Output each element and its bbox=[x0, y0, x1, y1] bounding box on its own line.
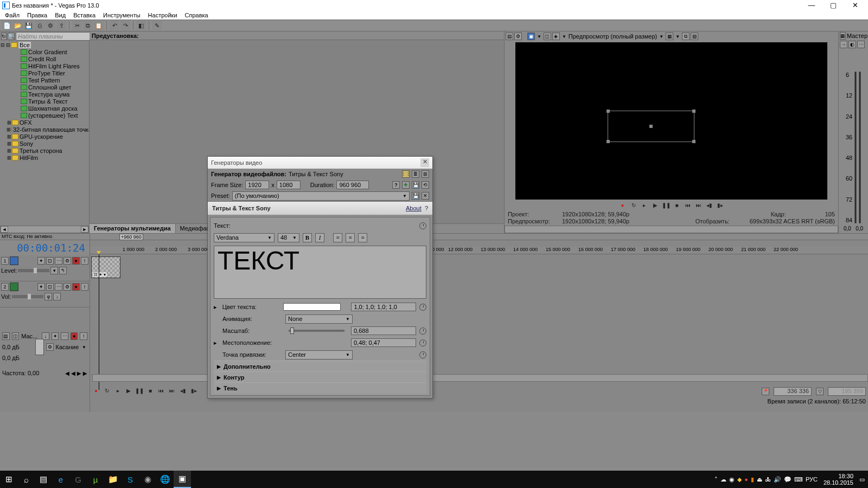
menu-edit[interactable]: Правка bbox=[23, 12, 51, 18]
tray-volume-icon[interactable]: 🔊 bbox=[774, 476, 781, 483]
menu-options[interactable]: Настройки bbox=[144, 12, 181, 18]
section-shadow[interactable]: ▶Тень bbox=[214, 382, 426, 393]
tl-record-button[interactable]: ● bbox=[92, 387, 100, 394]
video-preview[interactable] bbox=[515, 42, 827, 200]
font-combo[interactable]: Verdana▼ bbox=[214, 233, 275, 242]
close-button[interactable]: ✕ bbox=[844, 0, 866, 10]
timecode-display[interactable]: 00:00:01:24 bbox=[0, 240, 90, 255]
split-icon[interactable]: ◫ bbox=[544, 33, 551, 40]
track-record-button[interactable]: ↓ bbox=[53, 293, 61, 300]
color-value-input[interactable] bbox=[351, 303, 416, 311]
edge-icon[interactable]: e bbox=[52, 471, 69, 488]
menu-tools[interactable]: Инструменты bbox=[99, 12, 144, 18]
mixer-solo-icon[interactable]: ⋯ bbox=[61, 332, 68, 340]
prev-frame-button[interactable]: ◂▮ bbox=[706, 201, 713, 209]
stop-button[interactable]: ■ bbox=[673, 201, 681, 209]
duration-input[interactable] bbox=[336, 181, 369, 189]
audio-track-header[interactable]: 2✦⊡⋯⚙●! Vol: φ↓ bbox=[0, 281, 90, 307]
copy-icon[interactable]: ⧉ bbox=[83, 21, 93, 30]
menu-help[interactable]: Справка bbox=[181, 12, 212, 18]
keyframe-icon[interactable] bbox=[419, 351, 426, 358]
start-button[interactable]: ⊞ bbox=[0, 471, 17, 488]
search-button[interactable]: ⌕ bbox=[17, 471, 35, 488]
go-start-button[interactable]: ⏮ bbox=[684, 201, 692, 209]
scale-value-input[interactable] bbox=[351, 326, 416, 335]
tray-cloud-icon[interactable]: ☁ bbox=[720, 476, 726, 483]
utorrent-icon[interactable]: µ bbox=[87, 471, 104, 488]
tl-loop-button[interactable]: ↻ bbox=[103, 387, 111, 394]
frame-width-input[interactable] bbox=[245, 181, 269, 189]
minimize-button[interactable]: — bbox=[801, 0, 822, 10]
preview-selection-box[interactable] bbox=[608, 111, 694, 142]
plugin-search-input[interactable] bbox=[16, 32, 95, 41]
keyframe-icon[interactable] bbox=[419, 339, 426, 346]
playhead[interactable] bbox=[99, 254, 99, 390]
quality-icon[interactable]: ◈ bbox=[552, 33, 560, 40]
chain-icon[interactable]: ⋮⋮ bbox=[402, 170, 410, 178]
mixer-icon[interactable]: ▤ bbox=[2, 332, 10, 340]
italic-button[interactable]: I bbox=[315, 233, 324, 242]
about-link[interactable]: About bbox=[406, 205, 422, 211]
track-fx-button[interactable]: ✦ bbox=[37, 257, 45, 265]
tl-play-button[interactable]: ▶ bbox=[125, 387, 132, 394]
video-generator-dialog[interactable]: Генераторы видео✕ Генератор видеофайлов:… bbox=[207, 156, 433, 399]
fontsize-combo[interactable]: 48▼ bbox=[278, 233, 299, 242]
system-tray[interactable]: ˄ ☁ ◉ ◆ ● ▮ ⏏ 🖧 🔊 💬 ⌨ РУС 18:30 28.10.20… bbox=[711, 473, 868, 486]
maximize-button[interactable]: ▢ bbox=[822, 0, 844, 10]
upload-icon[interactable]: ⇪ bbox=[56, 21, 66, 30]
tray-chevron-icon[interactable]: ˄ bbox=[714, 476, 718, 483]
new-icon[interactable]: 📄 bbox=[2, 21, 12, 30]
bold-button[interactable]: B bbox=[303, 233, 312, 242]
tray-keyboard-icon[interactable]: ⌨ bbox=[794, 476, 803, 483]
mixer-mute-icon[interactable]: ● bbox=[71, 332, 78, 340]
align-right-button[interactable]: ≡ bbox=[358, 233, 367, 242]
go-end-button[interactable]: ⏭ bbox=[695, 201, 703, 209]
master-io-icon[interactable]: → bbox=[840, 41, 847, 48]
comp-mode-button[interactable]: ▾ bbox=[50, 267, 58, 274]
video-clip[interactable]: ⊡ ✦ ▾ bbox=[91, 256, 120, 278]
cut-icon[interactable]: ✂ bbox=[72, 21, 82, 30]
anchor-combo[interactable]: Center▼ bbox=[285, 350, 353, 359]
dialog-close-button[interactable]: ✕ bbox=[420, 158, 429, 167]
tray-app-icon[interactable]: ▮ bbox=[751, 476, 754, 483]
snap-icon[interactable]: ◧ bbox=[136, 21, 146, 30]
add-marker-icon[interactable]: 📍 bbox=[762, 388, 769, 395]
tray-clock[interactable]: 18:30 28.10.2015 bbox=[820, 473, 857, 486]
save-preset-icon[interactable]: 💾 bbox=[412, 181, 419, 189]
app-icon-1[interactable]: G bbox=[69, 471, 87, 488]
track-automation-button[interactable]: ⚙ bbox=[63, 283, 71, 291]
vegas-taskbar-icon[interactable]: ▣ bbox=[174, 471, 191, 488]
tray-msg-icon[interactable]: 💬 bbox=[784, 476, 792, 483]
color-swatch[interactable] bbox=[283, 303, 341, 311]
tab-media-generators[interactable]: Генераторы мультимедиа bbox=[90, 224, 176, 233]
search-icon[interactable]: 🔍 bbox=[8, 33, 15, 40]
section-additional[interactable]: ▶Дополнительно bbox=[214, 361, 426, 371]
master-icon[interactable]: ▦ bbox=[840, 32, 846, 40]
track-more-button[interactable]: ⋯ bbox=[55, 257, 62, 265]
save-frame-icon[interactable]: ▧ bbox=[691, 33, 698, 40]
loop-button[interactable]: ↻ bbox=[630, 201, 637, 209]
mixer-s-icon[interactable]: ! bbox=[80, 332, 87, 340]
steam-icon[interactable]: ◉ bbox=[139, 471, 156, 488]
skype-icon[interactable]: S bbox=[122, 471, 139, 488]
paste-icon[interactable]: 📋 bbox=[94, 21, 104, 30]
tray-notifications-icon[interactable]: ▭ bbox=[859, 476, 865, 483]
section-outline[interactable]: ▶Контур bbox=[214, 371, 426, 382]
redo-icon[interactable]: ↷ bbox=[120, 21, 130, 30]
tray-usb-icon[interactable]: ⏏ bbox=[757, 476, 762, 483]
track-phase-button[interactable]: φ bbox=[44, 293, 52, 300]
track-mute-button[interactable]: ● bbox=[72, 257, 80, 265]
menu-file[interactable]: Файл bbox=[1, 12, 23, 18]
tool-icon[interactable]: ✎ bbox=[152, 21, 162, 30]
location-value-input[interactable] bbox=[351, 338, 416, 347]
tray-network-icon[interactable]: 🖧 bbox=[765, 476, 771, 483]
sidebar-hscroll[interactable]: ◄► bbox=[0, 226, 89, 233]
save-preset2-icon[interactable]: 💾 bbox=[412, 192, 419, 200]
task-view-button[interactable]: ▤ bbox=[35, 471, 52, 488]
tl-play-start-button[interactable]: ▸ bbox=[114, 387, 122, 394]
scale-slider[interactable] bbox=[289, 330, 344, 332]
track-solo-button[interactable]: ! bbox=[81, 257, 88, 265]
pos-selection-start[interactable]: 336 336 bbox=[774, 387, 812, 396]
track-automation-button[interactable]: ⚙ bbox=[63, 257, 71, 265]
mixer-fx-icon[interactable]: ✦ bbox=[52, 332, 59, 340]
